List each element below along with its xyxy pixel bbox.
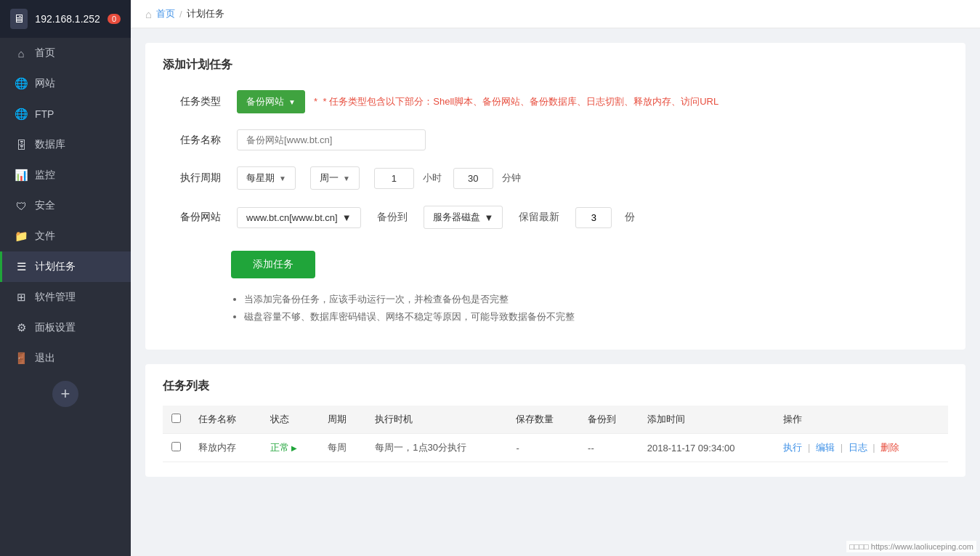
cron-icon: ☰ [15,260,28,273]
row-period: 每周 [319,434,366,462]
sidebar-add-button[interactable]: + [52,381,78,407]
website-icon: 🌐 [15,77,28,90]
col-execution-time: 执行时机 [366,406,507,434]
backup-dest-arrow-icon: ▼ [485,212,494,223]
action-sep-3: | [872,442,875,453]
breadcrumb-home-icon: ⌂ [145,8,152,20]
action-run[interactable]: 执行 [783,442,802,453]
task-table: 任务名称 状态 周期 执行时机 保存数量 备份到 添加时间 操作 [163,406,948,462]
sidebar-item-files-label: 文件 [35,230,55,243]
breadcrumb-home[interactable]: 首页 [156,7,175,20]
sidebar-item-cron[interactable]: ☰ 计划任务 [0,251,131,282]
sidebar-item-database-label: 数据库 [35,138,65,151]
home-icon: ⌂ [15,47,28,60]
sidebar-item-cron-label: 计划任务 [35,260,76,273]
row-checkbox[interactable] [171,442,181,451]
period-dropdown[interactable]: 每星期 ▼ [237,166,296,190]
hour-unit: 小时 [423,172,442,185]
status-badge: 正常 [270,442,289,453]
sidebar-item-monitor[interactable]: 📊 监控 [0,160,131,190]
row-checkbox-cell[interactable] [163,434,190,462]
database-icon: 🗄 [15,138,28,151]
task-name-label: 任务名称 [163,134,221,147]
retain-input[interactable] [575,207,612,228]
breadcrumb-separator: / [179,9,182,20]
period-arrow-icon: ▼ [279,174,286,182]
weekday-dropdown[interactable]: 周一 ▼ [310,166,360,190]
sidebar-item-software[interactable]: ⊞ 软件管理 [0,282,131,313]
task-name-input[interactable] [237,129,426,150]
action-delete[interactable]: 删除 [880,442,899,453]
software-icon: ⊞ [15,291,28,304]
sidebar-item-settings[interactable]: ⚙ 面板设置 [0,313,131,343]
monitor-icon: 🖥 [10,9,28,29]
main-content: ⌂ 首页 / 计划任务 添加计划任务 任务类型 备份网站 ▼ * * 任务类型包… [131,0,980,556]
sidebar-item-ftp-label: FTP [35,108,54,120]
col-period: 周期 [319,406,366,434]
col-task-name: 任务名称 [190,406,262,434]
action-log[interactable]: 日志 [849,442,867,453]
settings-icon: ⚙ [15,321,28,334]
table-header-checkbox[interactable] [163,406,190,434]
task-type-label: 任务类型 [163,95,221,108]
backup-dest-value: 服务器磁盘 [433,211,480,224]
task-type-hint: * * 任务类型包含以下部分：Shell脚本、备份网站、备份数据库、日志切割、释… [314,95,718,108]
add-task-section: 添加计划任务 任务类型 备份网站 ▼ * * 任务类型包含以下部分：Shell脚… [145,43,965,350]
backup-site-dropdown[interactable]: www.bt.cn[www.bt.cn] ▼ [237,207,361,228]
sidebar-item-home-label: 首页 [35,47,55,60]
minute-input[interactable] [453,168,493,189]
ftp-icon: 🌐 [15,108,28,121]
sidebar-item-logout[interactable]: 🚪 退出 [0,343,131,374]
table-header-row: 任务名称 状态 周期 执行时机 保存数量 备份到 添加时间 操作 [163,406,948,434]
sidebar-item-ftp[interactable]: 🌐 FTP [0,99,131,129]
col-actions: 操作 [774,406,948,434]
row-save-count: - [507,434,579,462]
note-item-1: 当添加完备份任务，应该手动运行一次，并检查备份包是否完整 [244,293,948,306]
row-task-name: 释放内存 [190,434,262,462]
task-type-dropdown[interactable]: 备份网站 ▼ [237,90,305,113]
task-list-title: 任务列表 [163,379,948,394]
sidebar-item-monitor-label: 监控 [35,169,55,182]
hour-input[interactable] [374,168,414,189]
logout-icon: 🚪 [15,352,28,365]
task-list-section: 任务列表 任务名称 状态 周期 执行时机 保存数量 备份到 添加时间 操 [145,364,965,477]
select-all-checkbox[interactable] [171,414,181,423]
sidebar-item-website[interactable]: 🌐 网站 [0,68,131,99]
row-actions: 执行 | 编辑 | 日志 | 删除 [774,434,948,462]
add-task-title: 添加计划任务 [163,57,948,73]
add-task-button[interactable]: 添加任务 [231,251,315,278]
notes-section: 当添加完备份任务，应该手动运行一次，并检查备份包是否完整 磁盘容量不够、数据库密… [163,293,948,323]
col-backup-to: 备份到 [579,406,639,434]
action-edit[interactable]: 编辑 [816,442,835,453]
sidebar-item-security[interactable]: 🛡 安全 [0,190,131,221]
sidebar-item-database[interactable]: 🗄 数据库 [0,129,131,160]
task-table-body: 释放内存 正常 ▶ 每周 每周一，1点30分执行 - -- 2018-11-17… [163,434,948,462]
backup-dest-dropdown[interactable]: 服务器磁盘 ▼ [424,206,503,229]
row-execution-time: 每周一，1点30分执行 [366,434,507,462]
weekday-arrow-icon: ▼ [343,174,350,182]
retain-unit: 份 [625,211,635,224]
add-button-row: 添加任务 [163,245,948,278]
play-icon: ▶ [291,444,297,452]
backup-site-arrow-icon: ▼ [342,212,352,223]
sidebar-item-settings-label: 面板设置 [35,321,76,334]
execution-period-label: 执行周期 [163,172,221,185]
content-area: 添加计划任务 任务类型 备份网站 ▼ * * 任务类型包含以下部分：Shell脚… [131,28,980,491]
sidebar: 🖥 192.168.1.252 0 ⌂ 首页 🌐 网站 🌐 FTP 🗄 数据库 … [0,0,131,556]
notification-badge: 0 [108,14,121,24]
files-icon: 📁 [15,230,28,243]
sidebar-item-security-label: 安全 [35,199,55,212]
backup-site-label: 备份网站 [163,211,221,224]
sidebar-item-home[interactable]: ⌂ 首页 [0,38,131,68]
row-status: 正常 ▶ [262,434,320,462]
task-type-value: 备份网站 [246,95,284,108]
backup-site-value: www.bt.cn[www.bt.cn] [246,212,338,223]
breadcrumb-current: 计划任务 [187,7,224,20]
col-add-time: 添加时间 [639,406,775,434]
task-type-row: 任务类型 备份网站 ▼ * * 任务类型包含以下部分：Shell脚本、备份网站、… [163,90,948,113]
sidebar-item-files[interactable]: 📁 文件 [0,221,131,251]
notes-list: 当添加完备份任务，应该手动运行一次，并检查备份包是否完整 磁盘容量不够、数据库密… [231,293,948,323]
retain-label: 保留最新 [519,211,559,224]
table-row: 释放内存 正常 ▶ 每周 每周一，1点30分执行 - -- 2018-11-17… [163,434,948,462]
execution-period-row: 执行周期 每星期 ▼ 周一 ▼ 小时 分钟 [163,166,948,190]
